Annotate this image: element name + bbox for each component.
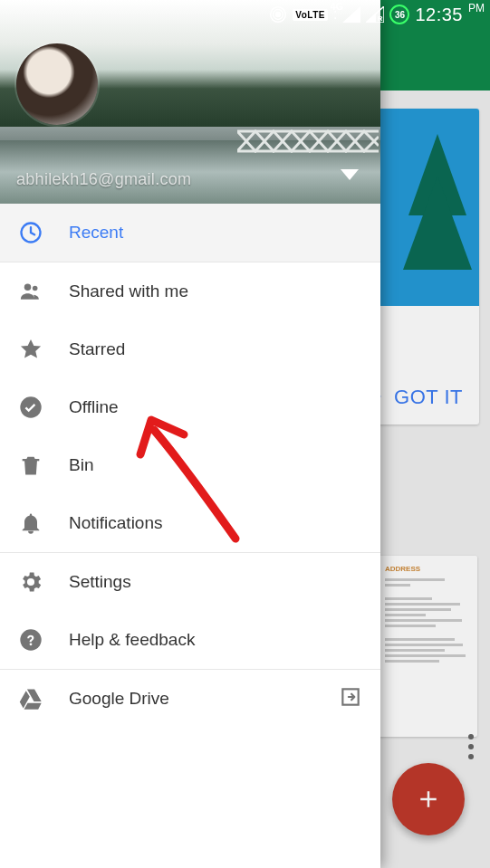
drawer-list: Recent Shared with me Starred Offline [0,204,380,868]
nav-label: Recent [69,223,362,243]
drawer-header[interactable]: abhilekh16@gmail.com [0,0,380,204]
drive-icon [18,686,69,711]
nav-item-google-drive[interactable]: Google Drive [0,670,380,728]
help-icon [18,627,69,653]
roaming-badge: R [378,14,383,23]
open-external-icon [339,685,362,713]
people-icon [18,279,69,304]
volte-badge: VoLTE [293,9,328,21]
nav-label: Starred [69,339,362,359]
nav-label: Google Drive [69,689,339,709]
svg-rect-12 [23,459,40,461]
nav-label: Settings [69,572,362,592]
signal-2-icon: R [366,6,384,23]
nav-label: Notifications [69,513,362,533]
nav-item-starred[interactable]: Starred [0,320,380,378]
account-email: abhilekh16@gmail.com [16,170,191,189]
bell-icon [18,510,69,536]
battery-indicator: 36 [389,5,409,24]
svg-marker-7 [341,169,359,180]
account-chevron-down-icon[interactable] [341,169,359,182]
battery-percent: 36 [395,10,405,20]
nav-item-recent[interactable]: Recent [0,204,380,262]
network-type: 4G [330,1,343,12]
nav-item-shared[interactable]: Shared with me [0,262,380,320]
svg-point-10 [33,286,38,291]
clock-time: 12:35 [415,5,463,25]
clock-ampm: PM [468,0,485,14]
offline-icon [18,395,69,420]
clock-icon [18,220,69,245]
nav-label: Bin [69,455,362,475]
nav-drawer: abhilekh16@gmail.com Recent Shared with … [0,0,380,868]
nav-item-offline[interactable]: Offline [0,378,380,436]
status-bar: VoLTE : 4G R 36 12:35 PM [0,0,490,29]
nav-item-settings[interactable]: Settings [0,553,380,611]
nav-label: Offline [69,397,362,417]
svg-point-15 [276,13,281,17]
avatar[interactable] [16,43,98,125]
nav-item-help[interactable]: Help & feedback [0,611,380,669]
signal-1-icon: 4G [342,6,360,23]
star-icon [18,337,69,362]
nav-item-notifications[interactable]: Notifications [0,494,380,552]
nav-label: Help & feedback [69,630,362,650]
trash-icon [18,453,69,478]
nav-label: Shared with me [69,281,362,301]
nav-item-bin[interactable]: Bin [0,436,380,494]
hotspot-icon [269,5,287,24]
gear-icon [18,569,69,595]
svg-marker-18 [342,6,360,23]
pier-graphic [237,129,379,153]
svg-point-9 [24,284,31,291]
